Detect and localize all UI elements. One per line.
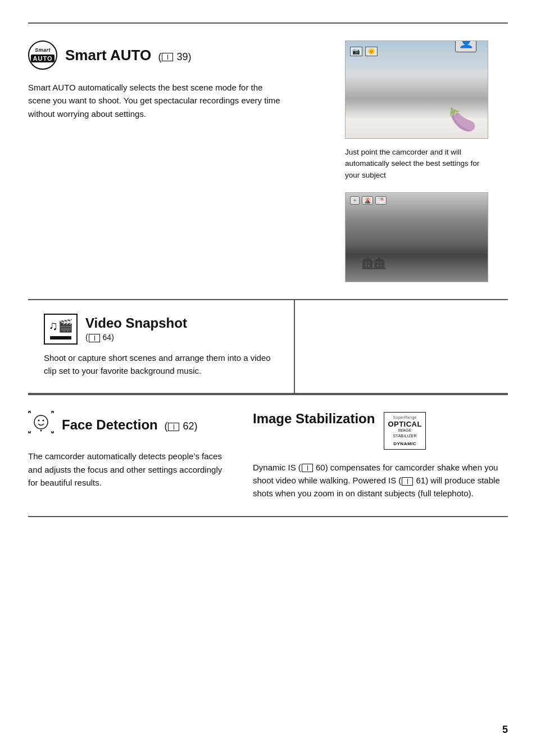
is-book-icon-1 [302,464,313,472]
smart-auto-title-text: Smart AUTO [65,47,151,64]
smart-auto-title-block: Smart AUTO ( 39) [65,47,191,64]
bottom-indicator-strip: ☀ 🌋 🌁 [350,196,387,205]
camera-overlay: 📷 🌞 [350,47,378,56]
is-header: Image Stabilization SuperRange OPTICAL I… [253,411,508,450]
badge-smart-text: Smart [35,48,51,53]
svg-point-1 [38,420,40,422]
smart-auto-title: Smart AUTO ( 39) [65,47,191,64]
stabilizer-text: STABILIZER [393,433,417,439]
vs-book-icon [89,334,100,342]
land-icon: 🌋 [362,196,373,205]
image-text: IMAGE [398,428,412,433]
person-badge: 👤 [455,40,476,52]
vs-description: Shoot or capture short scenes and arrang… [44,351,278,378]
video-snapshot-icon: ♫🎬 [44,314,78,345]
is-title: Image Stabilization [253,411,375,427]
is-book-icon-2 [402,477,413,486]
bottom-top-divider [28,394,508,395]
smart-auto-description: Smart AUTO automatically selects the bes… [28,81,281,120]
cam-icon-1: 📷 [350,47,362,56]
vs-page-ref: ( 64) [85,333,187,342]
smart-auto-header: Smart AUTO Smart AUTO ( 39) [28,40,281,70]
girl-silhouette: 🍆 [448,106,476,133]
optical-text: OPTICAL [388,420,422,428]
is-description: Dynamic IS ( 60) compensates for camcord… [253,461,508,500]
vs-images-area [295,299,508,395]
bottom-section: Face Detection ( 62) The camcorder autom… [28,411,508,500]
svg-point-2 [43,420,44,422]
badge-auto-text: AUTO [31,55,55,62]
image-stabilization-section: Image Stabilization SuperRange OPTICAL I… [247,411,508,500]
smart-auto-section: Smart AUTO Smart AUTO ( 39) Smart AUTO a… [28,40,281,282]
fd-title-text: Face Detection [62,417,158,432]
book-icon [162,53,173,61]
fd-title: Face Detection ( 62) [62,417,197,432]
vs-music-icon: ♫🎬 [48,319,73,333]
vs-title-block: Video Snapshot ( 64) [85,315,187,342]
dynamic-text: DYNAMIC [393,441,416,447]
top-divider [28,22,508,24]
sunset-icon: 🌁 [375,196,387,205]
page-number: 5 [502,724,508,736]
vs-header: ♫🎬 Video Snapshot ( 64) [44,314,278,345]
smart-auto-page-ref: ( 39) [155,51,191,62]
person-icon: 👤 [458,40,474,49]
fd-book-icon [168,423,179,431]
face-detect-icon [28,411,54,438]
smart-auto-image-caption: Just point the camcorder and it will aut… [345,147,488,181]
page-container: Smart AUTO Smart AUTO ( 39) Smart AUTO a… [0,0,536,756]
svg-point-3 [40,430,42,432]
smart-auto-badge: Smart AUTO [28,40,57,70]
fd-description: The camcorder automatically detects peop… [28,450,230,489]
smart-auto-images: 👤 📷 🌞 🍆 Just point the camcorder and it … [345,40,508,282]
svg-point-0 [34,415,48,429]
hut-silhouette: 🏘 [362,248,386,275]
middle-section: ♫🎬 Video Snapshot ( 64) Shoot or capture… [28,299,508,395]
vs-title: Video Snapshot [85,315,187,332]
smart-auto-image-top: 👤 📷 🌞 🍆 [345,40,488,139]
bottom-bottom-divider [28,516,508,517]
fd-header: Face Detection ( 62) [28,411,230,438]
face-icon-svg [28,411,54,433]
cam-icon-2: 🌞 [365,47,378,56]
video-snapshot-section: ♫🎬 Video Snapshot ( 64) Shoot or capture… [28,299,295,395]
face-detection-section: Face Detection ( 62) The camcorder autom… [28,411,247,500]
sun-icon: ☀ [350,196,360,205]
fd-title-block: Face Detection ( 62) [62,417,197,433]
smart-auto-image-bottom: ☀ 🌋 🌁 🏘 [345,192,488,282]
vs-filmstrip-bar [50,336,71,339]
is-badge: SuperRange OPTICAL IMAGE STABILIZER DYNA… [384,412,426,450]
fd-page-ref: ( 62) [161,420,197,432]
top-section: Smart AUTO Smart AUTO ( 39) Smart AUTO a… [28,40,508,282]
